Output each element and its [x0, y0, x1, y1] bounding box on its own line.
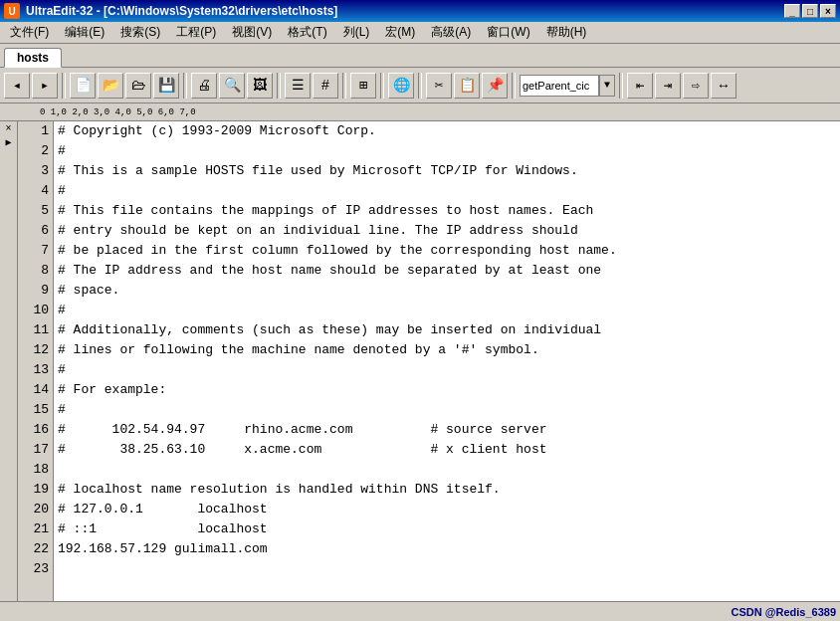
line-numbers: 1234567891011121314151617181920212223: [18, 121, 54, 601]
list-button[interactable]: ☰: [285, 73, 311, 99]
toolbar-separator-6: [418, 73, 422, 99]
minimize-button[interactable]: _: [784, 4, 800, 18]
gutter-marker-1: ×: [5, 123, 11, 134]
ruler: 0 1,0 2,0 3,0 4,0 5,0 6,0 7,0: [0, 104, 840, 121]
code-line: # lines or following the machine name de…: [58, 340, 836, 360]
function-dropdown[interactable]: getParent_cic: [520, 75, 599, 97]
open-button[interactable]: 📂: [98, 73, 123, 99]
menu-help[interactable]: 帮助(H): [538, 22, 595, 43]
code-line: #: [58, 181, 836, 201]
code-line: # For example:: [58, 380, 836, 400]
toolbar-separator-2: [183, 73, 187, 99]
line-number: 17: [22, 440, 49, 460]
menu-edit[interactable]: 编辑(E): [57, 22, 112, 43]
forward-button[interactable]: ▸: [32, 73, 58, 99]
new-button[interactable]: 📄: [70, 73, 96, 99]
toolbar-separator-4: [342, 73, 346, 99]
menu-file[interactable]: 文件(F): [2, 22, 57, 43]
print-button[interactable]: 🖨: [191, 73, 217, 99]
menu-column[interactable]: 列(L): [335, 22, 378, 43]
back-button[interactable]: ◂: [4, 73, 30, 99]
toolbar-separator-8: [619, 73, 623, 99]
line-number: 19: [22, 480, 49, 500]
line-number: 8: [22, 261, 49, 281]
line-number: 10: [22, 301, 49, 320]
grid-button[interactable]: ⊞: [350, 73, 376, 99]
tab-hosts[interactable]: hosts: [4, 48, 62, 68]
app-icon: U: [4, 3, 20, 19]
code-line: [58, 559, 836, 579]
toolbar-separator-3: [277, 73, 281, 99]
line-number: 23: [22, 559, 49, 579]
code-line: # The IP address and the host name shoul…: [58, 261, 836, 281]
menu-bar: 文件(F) 编辑(E) 搜索(S) 工程(P) 视图(V) 格式(T) 列(L)…: [0, 22, 840, 44]
align-center-button[interactable]: ⇥: [655, 73, 681, 99]
toolbar-separator-1: [62, 73, 66, 99]
menu-macro[interactable]: 宏(M): [377, 22, 423, 43]
editor-content[interactable]: # Copyright (c) 1993-2009 Microsoft Corp…: [54, 121, 840, 601]
line-number: 18: [22, 460, 49, 480]
code-line: # 38.25.63.10 x.acme.com # x client host: [58, 440, 836, 460]
code-line: # Copyright (c) 1993-2009 Microsoft Corp…: [58, 121, 836, 141]
menu-advanced[interactable]: 高级(A): [423, 22, 479, 43]
status-text: CSDN @Redis_6389: [732, 606, 837, 618]
line-number: 5: [22, 201, 49, 221]
code-line: # This is a sample HOSTS file used by Mi…: [58, 161, 836, 181]
code-line: [58, 460, 836, 480]
paste-button[interactable]: 📌: [482, 73, 508, 99]
line-number: 11: [22, 320, 49, 340]
code-line: #: [58, 400, 836, 420]
line-number: 1: [22, 121, 49, 141]
close-button[interactable]: ×: [820, 4, 836, 18]
ruler-content: 0 1,0 2,0 3,0 4,0 5,0 6,0 7,0: [40, 104, 196, 120]
window-title: UltraEdit-32 - [C:\Windows\System32\driv…: [26, 4, 784, 18]
function-dropdown-container: getParent_cic ▼: [520, 75, 615, 97]
code-line: # This file contains the mappings of IP …: [58, 201, 836, 221]
code-line: # space.: [58, 281, 836, 301]
code-line: 192.168.57.129 gulimall.com: [58, 539, 836, 559]
line-number: 20: [22, 500, 49, 519]
tab-bar: hosts: [0, 44, 840, 68]
code-line: # Additionally, comments (such as these)…: [58, 320, 836, 340]
line-number: 16: [22, 420, 49, 440]
line-number: 4: [22, 181, 49, 201]
line-number: 7: [22, 241, 49, 261]
menu-window[interactable]: 窗口(W): [479, 22, 537, 43]
editor-container: × ▶ 123456789101112131415161718192021222…: [0, 121, 840, 601]
code-line: # 102.54.94.97 rhino.acme.com # source s…: [58, 420, 836, 440]
gutter-marker-2: ▶: [5, 136, 11, 148]
preview-button[interactable]: 🔍: [219, 73, 245, 99]
menu-project[interactable]: 工程(P): [168, 22, 224, 43]
cut-button[interactable]: ✂: [426, 73, 452, 99]
open2-button[interactable]: 🗁: [125, 73, 151, 99]
line-number: 2: [22, 141, 49, 161]
left-gutter: × ▶: [0, 121, 18, 601]
code-line: #: [58, 301, 836, 320]
line-number: 15: [22, 400, 49, 420]
align-left-button[interactable]: ⇤: [627, 73, 653, 99]
web-button[interactable]: 🌐: [388, 73, 414, 99]
menu-format[interactable]: 格式(T): [280, 22, 334, 43]
line-number: 14: [22, 380, 49, 400]
line-number: 3: [22, 161, 49, 181]
save-button[interactable]: 💾: [153, 73, 179, 99]
line-number: 12: [22, 340, 49, 360]
code-line: # localhost name resolution is handled w…: [58, 480, 836, 500]
dropdown-arrow[interactable]: ▼: [599, 75, 615, 97]
line-number: 6: [22, 221, 49, 241]
maximize-button[interactable]: □: [802, 4, 818, 18]
line-number: 22: [22, 539, 49, 559]
menu-view[interactable]: 视图(V): [224, 22, 280, 43]
code-line: # be placed in the first column followed…: [58, 241, 836, 261]
menu-search[interactable]: 搜索(S): [112, 22, 168, 43]
title-bar: U UltraEdit-32 - [C:\Windows\System32\dr…: [0, 0, 840, 22]
status-bar: CSDN @Redis_6389: [0, 601, 840, 621]
copy-button[interactable]: 📋: [454, 73, 480, 99]
line-number: 9: [22, 281, 49, 301]
title-bar-buttons[interactable]: _ □ ×: [784, 4, 836, 18]
image-button[interactable]: 🖼: [247, 73, 273, 99]
justify-button[interactable]: ↔: [711, 73, 736, 99]
hash-button[interactable]: #: [313, 73, 338, 99]
code-line: #: [58, 360, 836, 380]
align-right-button[interactable]: ⇨: [683, 73, 709, 99]
